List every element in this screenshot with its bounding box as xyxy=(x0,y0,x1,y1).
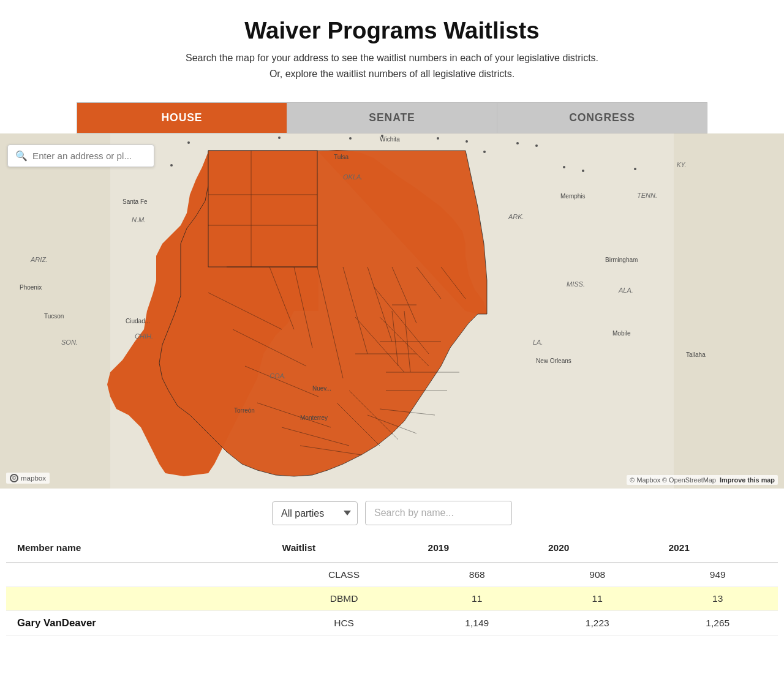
svg-text:Tulsa: Tulsa xyxy=(334,154,349,160)
subtitle-2: Or, explore the waitlist numbers of all … xyxy=(12,66,772,82)
cell-waitlist: DBMD xyxy=(271,587,417,611)
svg-point-47 xyxy=(634,168,636,170)
cell-2020: 908 xyxy=(537,563,657,587)
svg-point-48 xyxy=(582,170,584,172)
cell-member: Gary VanDeaver xyxy=(6,611,271,636)
tab-house[interactable]: HOUSE xyxy=(77,103,287,133)
tab-congress[interactable]: CONGRESS xyxy=(497,103,707,133)
map-attribution: © Mapbox © OpenStreetMap Improve this ma… xyxy=(627,475,778,485)
waitlist-table: Member name Waitlist 2019 2020 2021 CLAS… xyxy=(6,534,778,636)
svg-text:SON.: SON. xyxy=(61,339,78,346)
map-container[interactable]: ARIZ. N.M. SON. CHIH. COA. OKLA. ARK. MI… xyxy=(0,133,784,489)
svg-text:LA.: LA. xyxy=(533,339,543,346)
svg-text:COA.: COA. xyxy=(270,372,286,380)
cell-2021: 949 xyxy=(657,563,778,587)
svg-point-41 xyxy=(437,137,439,140)
search-icon: 🔍 xyxy=(15,150,28,162)
col-header-2020: 2020 xyxy=(537,534,657,563)
svg-text:Monterrey: Monterrey xyxy=(300,414,328,421)
waitlist-table-wrapper: Member name Waitlist 2019 2020 2021 CLAS… xyxy=(0,534,784,661)
mapbox-logo-circle: © xyxy=(10,474,18,482)
cell-2019: 868 xyxy=(417,563,537,587)
svg-point-39 xyxy=(349,137,352,140)
cell-2020: 11 xyxy=(537,587,657,611)
svg-rect-2 xyxy=(674,133,784,489)
svg-text:ALA.: ALA. xyxy=(618,287,633,294)
svg-rect-4 xyxy=(208,151,317,267)
svg-point-37 xyxy=(187,141,190,144)
svg-text:OKLA.: OKLA. xyxy=(343,173,363,181)
svg-text:Birmingham: Birmingham xyxy=(605,257,638,263)
svg-text:N.M.: N.M. xyxy=(132,216,146,223)
page-header: Waiver Programs Waitlists Search the map… xyxy=(0,0,784,91)
page-title: Waiver Programs Waitlists xyxy=(12,17,772,44)
table-header-row: Member name Waitlist 2019 2020 2021 xyxy=(6,534,778,563)
svg-point-38 xyxy=(278,137,281,139)
filter-controls: All parties Democrat Republican Independ… xyxy=(0,489,784,534)
name-search-input[interactable] xyxy=(365,501,512,525)
svg-text:Memphis: Memphis xyxy=(560,193,586,200)
cell-2021: 13 xyxy=(657,587,778,611)
svg-text:Ciudad...: Ciudad... xyxy=(126,318,150,324)
svg-text:Torreón: Torreón xyxy=(234,407,255,414)
svg-text:KY.: KY. xyxy=(677,162,686,168)
svg-text:Nuev...: Nuev... xyxy=(312,385,331,392)
col-header-2019: 2019 xyxy=(417,534,537,563)
svg-text:MISS.: MISS. xyxy=(567,280,585,288)
table-row: Gary VanDeaverHCS1,1491,2231,265 xyxy=(6,611,778,636)
cell-waitlist: HCS xyxy=(271,611,417,636)
address-search-box[interactable]: 🔍 xyxy=(7,144,154,167)
svg-point-42 xyxy=(466,140,468,143)
cell-member xyxy=(6,563,271,587)
svg-text:New Orleans: New Orleans xyxy=(536,358,571,364)
svg-text:TENN.: TENN. xyxy=(637,192,657,199)
col-header-2021: 2021 xyxy=(657,534,778,563)
mapbox-label: mapbox xyxy=(21,474,46,482)
svg-text:CHIH.: CHIH. xyxy=(135,332,153,340)
address-search-input[interactable] xyxy=(32,151,146,161)
svg-point-46 xyxy=(563,166,565,168)
svg-text:Tucson: Tucson xyxy=(44,313,64,320)
col-header-member: Member name xyxy=(6,534,271,563)
col-header-waitlist: Waitlist xyxy=(271,534,417,563)
map-svg: ARIZ. N.M. SON. CHIH. COA. OKLA. ARK. MI… xyxy=(0,133,784,489)
svg-point-43 xyxy=(483,151,486,153)
cell-member xyxy=(6,587,271,611)
svg-text:Wichita: Wichita xyxy=(380,136,400,143)
svg-point-44 xyxy=(516,142,519,144)
svg-text:ARK.: ARK. xyxy=(508,213,524,220)
table-row: DBMD111113 xyxy=(6,587,778,611)
svg-point-45 xyxy=(535,144,538,147)
svg-text:Santa Fe: Santa Fe xyxy=(123,198,148,205)
district-tabs: HOUSE SENATE CONGRESS xyxy=(77,102,707,133)
cell-2019: 11 xyxy=(417,587,537,611)
page-wrapper: Waiver Programs Waitlists Search the map… xyxy=(0,0,784,661)
cell-2021: 1,265 xyxy=(657,611,778,636)
svg-point-52 xyxy=(170,164,173,167)
svg-text:Tallaha: Tallaha xyxy=(686,351,706,358)
cell-waitlist: CLASS xyxy=(271,563,417,587)
table-body: CLASS868908949DBMD111113Gary VanDeaverHC… xyxy=(6,563,778,636)
party-filter-select[interactable]: All parties Democrat Republican Independ… xyxy=(272,501,358,525)
mapbox-logo: © mapbox xyxy=(6,473,50,484)
svg-text:ARIZ.: ARIZ. xyxy=(30,256,48,263)
svg-text:Mobile: Mobile xyxy=(612,330,631,337)
cell-2019: 1,149 xyxy=(417,611,537,636)
svg-text:Phoenix: Phoenix xyxy=(20,284,42,291)
cell-2020: 1,223 xyxy=(537,611,657,636)
svg-rect-1 xyxy=(0,133,110,489)
improve-map-link[interactable]: Improve this map xyxy=(720,476,775,484)
tab-senate[interactable]: SENATE xyxy=(287,103,497,133)
table-row: CLASS868908949 xyxy=(6,563,778,587)
subtitle-1: Search the map for your address to see t… xyxy=(12,50,772,66)
